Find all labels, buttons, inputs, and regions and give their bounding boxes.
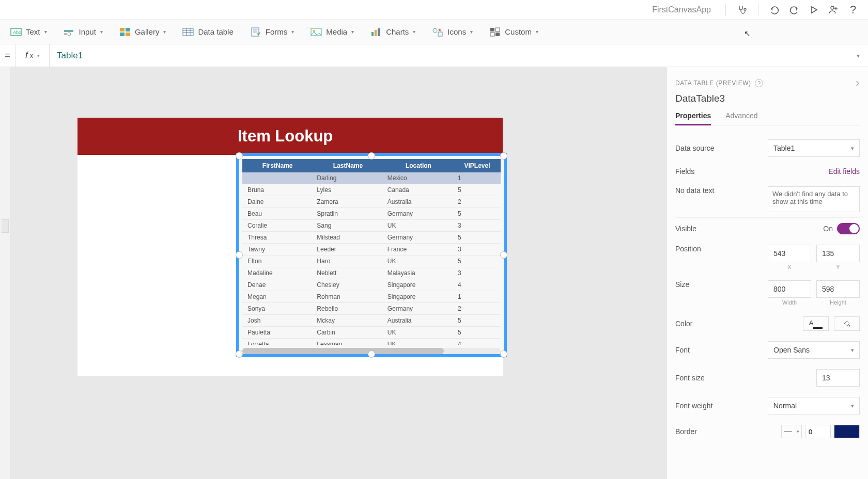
border-style-select[interactable]: ▾ — [781, 425, 802, 438]
table-row[interactable]: MeganRohmanSingapore1 — [242, 291, 501, 303]
table-row[interactable]: DenaeChesleySingapore4 — [242, 279, 501, 291]
scrollbar-thumb[interactable] — [242, 348, 444, 354]
control-name: DataTable3 — [675, 93, 860, 104]
charts-icon — [370, 27, 382, 37]
share-user-icon[interactable] — [825, 1, 842, 19]
gallery-icon — [119, 27, 131, 37]
table-row[interactable]: ThresaMilsteadGermany5 — [242, 232, 501, 244]
datatable-control[interactable]: FirstNameLastNameLocationVIPLevel Darlin… — [236, 153, 507, 357]
svg-rect-19 — [311, 28, 321, 36]
ribbon-icons-label: Icons — [447, 27, 466, 36]
ribbon-text[interactable]: Abc Text▾ — [10, 27, 47, 37]
redo-icon[interactable] — [785, 1, 803, 19]
left-rail-expander[interactable] — [2, 219, 9, 233]
label-fields: Fields — [675, 167, 828, 175]
help-icon[interactable]: ? — [755, 79, 763, 87]
ribbon-forms[interactable]: Forms▾ — [250, 27, 295, 37]
ribbon-icons[interactable]: Icons▾ — [432, 27, 473, 37]
column-header[interactable]: FirstName — [242, 159, 313, 172]
separator — [725, 4, 726, 16]
edit-fields-link[interactable]: Edit fields — [828, 167, 860, 175]
resize-handle[interactable] — [500, 152, 507, 159]
svg-rect-11 — [183, 28, 193, 36]
collapse-icon[interactable]: › — [856, 76, 860, 90]
input-icon — [64, 27, 75, 37]
visible-on-label: On — [823, 225, 833, 233]
resize-handle[interactable] — [368, 152, 375, 159]
svg-rect-9 — [120, 33, 125, 36]
svg-rect-23 — [378, 28, 380, 36]
fontsize-input[interactable] — [816, 369, 860, 387]
table-row[interactable]: BeauSpratlinGermany5 — [242, 208, 501, 220]
label-nodata: No data text — [675, 186, 768, 195]
ribbon-media[interactable]: Media▾ — [311, 27, 354, 37]
table-row[interactable]: LorrettaLessmanUK4 — [242, 339, 501, 345]
column-header[interactable]: VIPLevel — [454, 159, 501, 172]
undo-icon[interactable] — [766, 1, 783, 19]
table-row[interactable]: TawnyLeederFrance3 — [242, 244, 501, 256]
fontweight-select[interactable]: Normal▾ — [768, 397, 860, 414]
column-header[interactable]: Location — [383, 159, 454, 172]
nodatatext-input[interactable] — [768, 186, 860, 212]
play-icon[interactable] — [805, 1, 823, 19]
svg-rect-22 — [375, 30, 377, 36]
visible-toggle[interactable] — [837, 223, 860, 234]
table-row[interactable]: DaineZamoraAustralia2 — [242, 196, 501, 208]
property-selector[interactable]: = — [0, 44, 16, 67]
table-row[interactable]: CoralieSangUK3 — [242, 220, 501, 232]
panel-type: DATA TABLE (PREVIEW) — [675, 79, 751, 87]
data-table: FirstNameLastNameLocationVIPLevel Darlin… — [242, 159, 501, 345]
title-bar: FirstCanvasApp ? — [0, 0, 868, 20]
fx-button[interactable]: fx▾ — [16, 44, 50, 67]
width-input[interactable] — [768, 280, 811, 298]
ribbon-gallery[interactable]: Gallery▾ — [119, 27, 166, 37]
ribbon-datatable[interactable]: Data table — [182, 27, 233, 37]
border-width-input[interactable] — [805, 425, 831, 438]
svg-rect-26 — [490, 28, 494, 31]
font-color-button[interactable]: A — [803, 316, 829, 331]
table-row[interactable]: EltonHaroUK5 — [242, 256, 501, 267]
canvas[interactable]: Item Lookup FirstNameLastNameLocationVIP… — [10, 67, 667, 479]
resize-handle[interactable] — [500, 350, 507, 358]
svg-point-24 — [433, 28, 437, 33]
resize-handle[interactable] — [236, 251, 243, 259]
table-row[interactable]: SonyaRebelloGermany2 — [242, 303, 501, 315]
table-row[interactable]: DarlingMexico1 — [242, 172, 501, 184]
font-select[interactable]: Open Sans▾ — [768, 341, 860, 359]
stethoscope-icon[interactable] — [733, 1, 751, 19]
ribbon-forms-label: Forms — [266, 27, 288, 36]
svg-rect-6 — [64, 33, 67, 35]
help-icon[interactable]: ? — [844, 1, 862, 19]
tab-advanced[interactable]: Advanced — [725, 111, 757, 125]
height-input[interactable] — [816, 280, 860, 298]
table-row[interactable]: PaulettaCarbinUK5 — [242, 327, 501, 339]
resize-handle[interactable] — [236, 152, 243, 159]
formula-expand[interactable]: ▾ — [848, 44, 868, 67]
column-header[interactable]: LastName — [313, 159, 383, 172]
text-icon: Abc — [10, 27, 22, 37]
table-row[interactable]: JoshMckayAustralia5 — [242, 315, 501, 327]
ribbon-input[interactable]: Input▾ — [64, 27, 103, 37]
formula-input[interactable]: Table1 — [50, 44, 848, 67]
properties-panel: DATA TABLE (PREVIEW) ? › DataTable3 ↖ Pr… — [667, 67, 868, 479]
pos-x-input[interactable] — [768, 245, 811, 262]
table-row[interactable]: BrunaLylesCanada5 — [242, 184, 501, 196]
resize-handle[interactable] — [236, 350, 243, 358]
ribbon-charts[interactable]: Charts▾ — [370, 27, 415, 37]
datasource-select[interactable]: Table1▾ — [768, 139, 860, 157]
table-row[interactable]: MadalineNeblettMalayasia3 — [242, 267, 501, 279]
pos-y-input[interactable] — [816, 245, 860, 262]
fill-color-button[interactable] — [834, 316, 860, 331]
ribbon-text-label: Text — [26, 27, 40, 36]
border-color-button[interactable] — [834, 425, 860, 438]
resize-handle[interactable] — [500, 251, 507, 259]
media-icon — [311, 27, 322, 37]
ribbon-custom[interactable]: Custom▾ — [489, 27, 538, 37]
svg-point-1 — [831, 6, 834, 9]
left-rail — [0, 67, 10, 479]
resize-handle[interactable] — [368, 350, 375, 358]
tab-properties[interactable]: Properties — [675, 111, 711, 125]
app-name: FirstCanvasApp — [652, 5, 711, 14]
formula-bar: = fx▾ Table1 ▾ — [0, 44, 868, 67]
label-datasource: Data source — [675, 144, 768, 152]
